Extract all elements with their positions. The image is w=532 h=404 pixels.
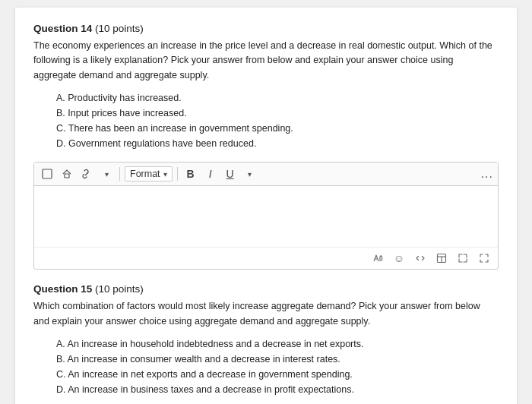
q14-choice-d: D. Government regulations have been redu… [56, 136, 499, 151]
bold-label: B [187, 168, 195, 180]
undo-icon[interactable] [39, 166, 55, 182]
format-dropdown[interactable]: Format ▾ [125, 166, 173, 181]
answer-editor: ▾ Format ▾ B I U ▾ ... [33, 162, 499, 270]
code-icon[interactable] [413, 251, 428, 266]
svg-rect-0 [43, 169, 52, 178]
q15-choice-a: A. An increase in household indebtedness… [56, 336, 499, 352]
underline-button[interactable]: U [222, 166, 239, 182]
more-label: ... [481, 167, 493, 180]
q15-choice-b: B. An increase in consumer wealth and a … [56, 352, 499, 367]
toolbar-chevron-icon[interactable]: ▾ [98, 166, 115, 182]
q14-text: The economy experiences an increase in t… [33, 39, 499, 83]
bold-button[interactable]: B [182, 166, 199, 182]
q15-choice-c: C. An increase in net exports and a decr… [56, 367, 499, 382]
q14-choice-c: C. There has been an increase in governm… [56, 121, 499, 136]
q14-choice-a: A. Productivity has increased. [56, 90, 499, 106]
expand-icon[interactable] [455, 251, 470, 266]
editor-body[interactable] [34, 186, 498, 247]
q15-header: Question 15 (10 points) [33, 283, 499, 295]
svg-rect-1 [65, 174, 69, 178]
italic-button[interactable]: I [202, 166, 219, 182]
q14-choices: A. Productivity has increased. B. Input … [56, 90, 499, 151]
q14-header: Question 14 (10 points) [33, 23, 499, 34]
italic-label: I [209, 168, 212, 180]
format-label: Format [130, 169, 160, 179]
format-chevron-icon: ▾ [163, 170, 167, 178]
q14-choice-b: B. Input prices have increased. [56, 106, 499, 121]
home-icon[interactable] [59, 166, 75, 182]
emoji-icon[interactable]: ☺ [391, 251, 407, 266]
underline-label: U [226, 168, 234, 180]
editor-toolbar: ▾ Format ▾ B I U ▾ ... [34, 163, 498, 186]
q15-text: Which combination of factors would most … [33, 299, 499, 329]
spellcheck-icon[interactable] [370, 251, 385, 266]
page: Question 14 (10 points) The economy expe… [15, 8, 517, 404]
q15-points: (10 points) [95, 283, 144, 295]
editor-footer: ☺ [34, 247, 498, 269]
fullscreen-icon[interactable] [477, 251, 492, 266]
more-options-button[interactable]: ... [481, 167, 493, 181]
q14-title: Question 14 [33, 23, 92, 34]
q15-title: Question 15 [33, 283, 92, 295]
question-14: Question 14 (10 points) The economy expe… [33, 23, 499, 151]
toolbar-separator-2 [177, 167, 178, 181]
question-15: Question 15 (10 points) Which combinatio… [33, 283, 499, 397]
q15-choices: A. An increase in household indebtedness… [56, 336, 499, 397]
toolbar-separator-1 [119, 167, 120, 181]
q14-points: (10 points) [95, 23, 144, 34]
link-icon[interactable] [78, 166, 95, 182]
underline-chevron-icon[interactable]: ▾ [242, 166, 258, 182]
table-icon[interactable] [434, 251, 449, 266]
q15-choice-d: D. An increase in business taxes and a d… [56, 382, 499, 397]
